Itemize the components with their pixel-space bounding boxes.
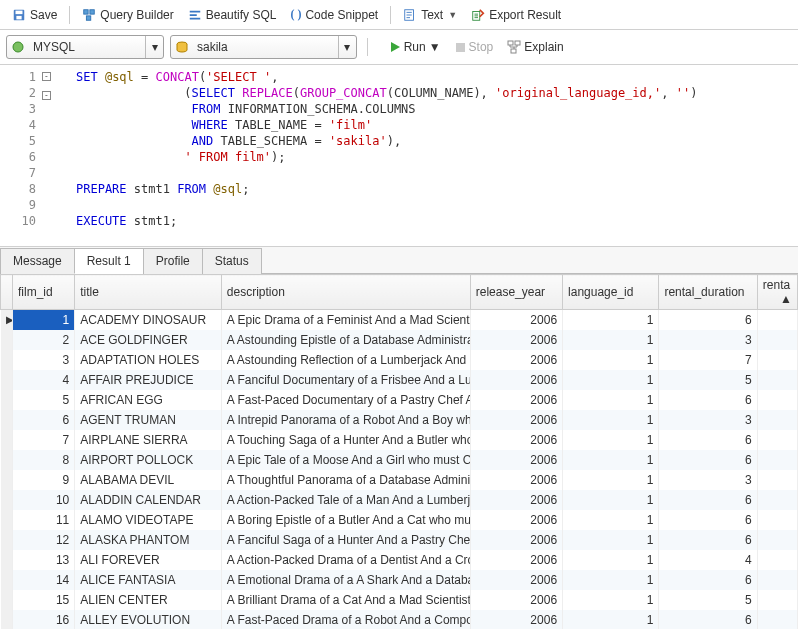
- cell-description[interactable]: A Touching Saga of a Hunter And a Butler…: [221, 430, 470, 450]
- code-area[interactable]: SET @sql = CONCAT('SELECT ', (SELECT REP…: [56, 69, 697, 242]
- cell-description[interactable]: A Astounding Reflection of a Lumberjack …: [221, 350, 470, 370]
- cell-description[interactable]: A Fast-Paced Drama of a Robot And a Comp…: [221, 610, 470, 630]
- cell-film-id[interactable]: 12: [13, 530, 75, 550]
- engine-selector[interactable]: MYSQL ▾: [6, 35, 164, 59]
- tab-profile[interactable]: Profile: [143, 248, 203, 274]
- table-row[interactable]: 8 AIRPORT POLLOCK A Epic Tale of a Moose…: [1, 450, 798, 470]
- cell-extra[interactable]: [757, 490, 797, 510]
- column-film_id[interactable]: film_id: [13, 275, 75, 310]
- cell-rental-duration[interactable]: 6: [659, 310, 757, 330]
- cell-language-id[interactable]: 1: [563, 470, 659, 490]
- save-button[interactable]: Save: [6, 5, 63, 25]
- cell-release-year[interactable]: 2006: [470, 610, 562, 630]
- cell-film-id[interactable]: 11: [13, 510, 75, 530]
- cell-title[interactable]: ALASKA PHANTOM: [75, 530, 222, 550]
- cell-rental-duration[interactable]: 6: [659, 570, 757, 590]
- cell-film-id[interactable]: 5: [13, 390, 75, 410]
- cell-release-year[interactable]: 2006: [470, 350, 562, 370]
- cell-language-id[interactable]: 1: [563, 430, 659, 450]
- cell-extra[interactable]: [757, 310, 797, 330]
- query-builder-button[interactable]: Query Builder: [76, 5, 179, 25]
- export-button[interactable]: Export Result: [465, 5, 567, 25]
- cell-title[interactable]: AIRPORT POLLOCK: [75, 450, 222, 470]
- cell-release-year[interactable]: 2006: [470, 490, 562, 510]
- cell-title[interactable]: AIRPLANE SIERRA: [75, 430, 222, 450]
- column-language_id[interactable]: language_id: [563, 275, 659, 310]
- cell-title[interactable]: ALIEN CENTER: [75, 590, 222, 610]
- cell-extra[interactable]: [757, 610, 797, 630]
- cell-rental-duration[interactable]: 3: [659, 410, 757, 430]
- cell-title[interactable]: ALICE FANTASIA: [75, 570, 222, 590]
- table-row[interactable]: 10 ALADDIN CALENDAR A Action-Packed Tale…: [1, 490, 798, 510]
- cell-title[interactable]: ALAMO VIDEOTAPE: [75, 510, 222, 530]
- cell-language-id[interactable]: 1: [563, 310, 659, 330]
- cell-film-id[interactable]: 16: [13, 610, 75, 630]
- cell-language-id[interactable]: 1: [563, 390, 659, 410]
- cell-extra[interactable]: [757, 570, 797, 590]
- column-description[interactable]: description: [221, 275, 470, 310]
- cell-description[interactable]: A Action-Packed Drama of a Dentist And a…: [221, 550, 470, 570]
- text-button[interactable]: Text ▼: [397, 5, 463, 25]
- cell-film-id[interactable]: 2: [13, 330, 75, 350]
- cell-rental-duration[interactable]: 6: [659, 530, 757, 550]
- cell-rental-duration[interactable]: 6: [659, 610, 757, 630]
- cell-release-year[interactable]: 2006: [470, 470, 562, 490]
- table-row[interactable]: 5 AFRICAN EGG A Fast-Paced Documentary o…: [1, 390, 798, 410]
- cell-film-id[interactable]: 6: [13, 410, 75, 430]
- table-row[interactable]: 6 AGENT TRUMAN A Intrepid Panorama of a …: [1, 410, 798, 430]
- cell-language-id[interactable]: 1: [563, 450, 659, 470]
- cell-release-year[interactable]: 2006: [470, 330, 562, 350]
- cell-rental-duration[interactable]: 4: [659, 550, 757, 570]
- cell-title[interactable]: ALLEY EVOLUTION: [75, 610, 222, 630]
- tab-status[interactable]: Status: [202, 248, 262, 274]
- cell-release-year[interactable]: 2006: [470, 530, 562, 550]
- cell-film-id[interactable]: 1: [13, 310, 75, 330]
- sql-editor[interactable]: 12345678910 -- SET @sql = CONCAT('SELECT…: [0, 65, 798, 247]
- run-button[interactable]: Run ▼: [384, 37, 446, 57]
- cell-extra[interactable]: [757, 330, 797, 350]
- cell-language-id[interactable]: 1: [563, 610, 659, 630]
- cell-rental-duration[interactable]: 6: [659, 390, 757, 410]
- cell-description[interactable]: A Epic Tale of a Moose And a Girl who mu…: [221, 450, 470, 470]
- explain-button[interactable]: Explain: [502, 37, 568, 57]
- cell-extra[interactable]: [757, 430, 797, 450]
- cell-language-id[interactable]: 1: [563, 490, 659, 510]
- cell-description[interactable]: A Fanciful Documentary of a Frisbee And …: [221, 370, 470, 390]
- cell-film-id[interactable]: 4: [13, 370, 75, 390]
- cell-language-id[interactable]: 1: [563, 510, 659, 530]
- cell-title[interactable]: AGENT TRUMAN: [75, 410, 222, 430]
- tab-result-1[interactable]: Result 1: [74, 248, 144, 274]
- cell-film-id[interactable]: 13: [13, 550, 75, 570]
- cell-extra[interactable]: [757, 410, 797, 430]
- cell-title[interactable]: ALADDIN CALENDAR: [75, 490, 222, 510]
- cell-film-id[interactable]: 10: [13, 490, 75, 510]
- table-row[interactable]: 12 ALASKA PHANTOM A Fanciful Saga of a H…: [1, 530, 798, 550]
- cell-rental-duration[interactable]: 6: [659, 510, 757, 530]
- cell-description[interactable]: A Fast-Paced Documentary of a Pastry Che…: [221, 390, 470, 410]
- cell-title[interactable]: AFFAIR PREJUDICE: [75, 370, 222, 390]
- database-selector[interactable]: sakila ▾: [170, 35, 357, 59]
- cell-extra[interactable]: [757, 470, 797, 490]
- cell-release-year[interactable]: 2006: [470, 410, 562, 430]
- cell-release-year[interactable]: 2006: [470, 450, 562, 470]
- table-row[interactable]: 15 ALIEN CENTER A Brilliant Drama of a C…: [1, 590, 798, 610]
- cell-extra[interactable]: [757, 530, 797, 550]
- cell-release-year[interactable]: 2006: [470, 370, 562, 390]
- cell-extra[interactable]: [757, 550, 797, 570]
- cell-title[interactable]: ADAPTATION HOLES: [75, 350, 222, 370]
- table-row[interactable]: 9 ALABAMA DEVIL A Thoughtful Panorama of…: [1, 470, 798, 490]
- cell-extra[interactable]: [757, 590, 797, 610]
- table-row[interactable]: ▶ 1 ACADEMY DINOSAUR A Epic Drama of a F…: [1, 310, 798, 330]
- cell-description[interactable]: A Fanciful Saga of a Hunter And a Pastry…: [221, 530, 470, 550]
- column-renta[interactable]: renta ▲: [757, 275, 797, 310]
- cell-description[interactable]: A Emotional Drama of a A Shark And a Dat…: [221, 570, 470, 590]
- cell-description[interactable]: A Thoughtful Panorama of a Database Admi…: [221, 470, 470, 490]
- cell-film-id[interactable]: 8: [13, 450, 75, 470]
- result-grid[interactable]: film_idtitledescriptionrelease_yearlangu…: [0, 274, 798, 629]
- column-title[interactable]: title: [75, 275, 222, 310]
- cell-title[interactable]: ACE GOLDFINGER: [75, 330, 222, 350]
- cell-release-year[interactable]: 2006: [470, 550, 562, 570]
- cell-release-year[interactable]: 2006: [470, 570, 562, 590]
- cell-release-year[interactable]: 2006: [470, 510, 562, 530]
- cell-rental-duration[interactable]: 3: [659, 330, 757, 350]
